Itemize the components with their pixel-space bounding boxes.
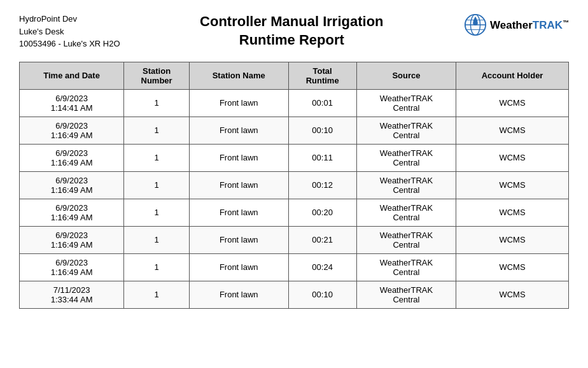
account-info: 10053496 - Luke's XR H2O (19, 38, 120, 50)
cell-source: WeatherTRAKCentral (356, 89, 456, 117)
cell-account_holder: WCMS (456, 199, 569, 226)
table-row: 6/9/20231:14:41 AM1Front lawn00:01Weathe… (20, 89, 569, 117)
cell-station_number: 1 (124, 117, 190, 144)
header-center: Controller Manual Irrigation Runtime Rep… (120, 13, 463, 49)
desk-name: Luke's Desk (19, 25, 120, 38)
col-header-source: Source (356, 62, 456, 89)
cell-source: WeatherTRAKCentral (356, 226, 456, 253)
cell-source: WeatherTRAKCentral (356, 253, 456, 281)
weathertrak-logo-icon (463, 13, 487, 39)
cell-account_holder: WCMS (456, 226, 569, 253)
col-header-station-name: Station Name (189, 62, 288, 89)
cell-total_runtime: 00:24 (288, 253, 356, 281)
report-table: Time and Date StationNumber Station Name… (19, 62, 569, 309)
cell-source: WeatherTRAKCentral (356, 281, 456, 308)
cell-total_runtime: 00:21 (288, 226, 356, 253)
company-name: HydroPoint Dev (19, 13, 120, 25)
cell-station_number: 1 (124, 171, 190, 199)
cell-time_date: 6/9/20231:16:49 AM (20, 117, 124, 144)
cell-station_name: Front lawn (189, 199, 288, 226)
cell-time_date: 7/11/20231:33:44 AM (20, 281, 124, 308)
cell-account_holder: WCMS (456, 253, 569, 281)
col-header-total-runtime: TotalRuntime (288, 62, 356, 89)
cell-station_name: Front lawn (189, 253, 288, 281)
cell-station_number: 1 (124, 199, 190, 226)
cell-total_runtime: 00:01 (288, 89, 356, 117)
cell-station_name: Front lawn (189, 117, 288, 144)
table-row: 6/9/20231:16:49 AM1Front lawn00:10Weathe… (20, 117, 569, 144)
cell-source: WeatherTRAKCentral (356, 144, 456, 171)
cell-source: WeatherTRAKCentral (356, 199, 456, 226)
cell-account_holder: WCMS (456, 171, 569, 199)
cell-total_runtime: 00:12 (288, 171, 356, 199)
cell-total_runtime: 00:10 (288, 117, 356, 144)
cell-time_date: 6/9/20231:16:49 AM (20, 226, 124, 253)
cell-source: WeatherTRAKCentral (356, 171, 456, 199)
cell-total_runtime: 00:20 (288, 199, 356, 226)
cell-station_number: 1 (124, 144, 190, 171)
table-row: 6/9/20231:16:49 AM1Front lawn00:12Weathe… (20, 171, 569, 199)
table-row: 7/11/20231:33:44 AM1Front lawn00:10Weath… (20, 281, 569, 308)
cell-account_holder: WCMS (456, 117, 569, 144)
table-header-row: Time and Date StationNumber Station Name… (20, 62, 569, 89)
cell-station_number: 1 (124, 89, 190, 117)
col-header-account-holder: Account Holder (456, 62, 569, 89)
table-row: 6/9/20231:16:49 AM1Front lawn00:20Weathe… (20, 199, 569, 226)
cell-station_name: Front lawn (189, 89, 288, 117)
table-row: 6/9/20231:16:49 AM1Front lawn00:21Weathe… (20, 226, 569, 253)
cell-time_date: 6/9/20231:14:41 AM (20, 89, 124, 117)
cell-time_date: 6/9/20231:16:49 AM (20, 199, 124, 226)
table-row: 6/9/20231:16:49 AM1Front lawn00:11Weathe… (20, 144, 569, 171)
cell-station_name: Front lawn (189, 281, 288, 308)
cell-time_date: 6/9/20231:16:49 AM (20, 144, 124, 171)
cell-total_runtime: 00:10 (288, 281, 356, 308)
brand-name: WeatherTRAK™ (490, 19, 569, 32)
cell-station_number: 1 (124, 281, 190, 308)
cell-account_holder: WCMS (456, 144, 569, 171)
header: HydroPoint Dev Luke's Desk 10053496 - Lu… (19, 13, 569, 50)
cell-station_number: 1 (124, 253, 190, 281)
cell-station_name: Front lawn (189, 226, 288, 253)
cell-station_name: Front lawn (189, 144, 288, 171)
cell-time_date: 6/9/20231:16:49 AM (20, 253, 124, 281)
col-header-time-date: Time and Date (20, 62, 124, 89)
report-title: Controller Manual Irrigation Runtime Rep… (120, 13, 463, 49)
cell-total_runtime: 00:11 (288, 144, 356, 171)
header-right: WeatherTRAK™ (463, 13, 569, 39)
page: HydroPoint Dev Luke's Desk 10053496 - Lu… (0, 0, 588, 322)
table-row: 6/9/20231:16:49 AM1Front lawn00:24Weathe… (20, 253, 569, 281)
cell-time_date: 6/9/20231:16:49 AM (20, 171, 124, 199)
cell-account_holder: WCMS (456, 89, 569, 117)
cell-station_number: 1 (124, 226, 190, 253)
cell-source: WeatherTRAKCentral (356, 117, 456, 144)
cell-station_name: Front lawn (189, 171, 288, 199)
header-left: HydroPoint Dev Luke's Desk 10053496 - Lu… (19, 13, 120, 50)
cell-account_holder: WCMS (456, 281, 569, 308)
col-header-station-number: StationNumber (124, 62, 190, 89)
